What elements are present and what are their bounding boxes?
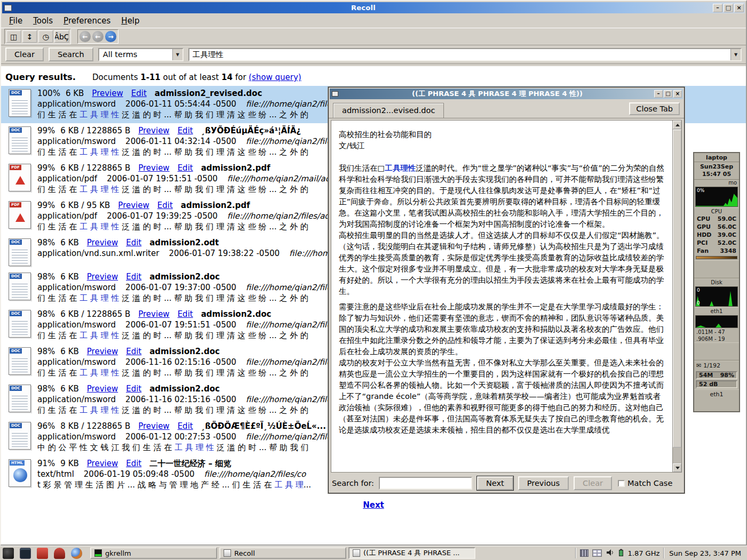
preview-link[interactable]: Preview bbox=[87, 459, 118, 468]
eth1-section-label: eth1 bbox=[694, 307, 739, 315]
find-next-button[interactable]: Next bbox=[477, 476, 513, 490]
preview-document: 高校招生的社会功能和目的文/钱江我们生活在□工具理性泛滥的时代。作为“世之显学”… bbox=[331, 120, 682, 473]
result-relevance: 98% bbox=[37, 347, 55, 356]
snippet-highlight: 工 具 理 性 bbox=[80, 331, 119, 340]
taskbar-clock[interactable]: Sun Sep 23, 3:47 PM bbox=[668, 549, 744, 557]
edit-link[interactable]: Edit bbox=[178, 309, 193, 319]
toolbar-button[interactable]: ↕ bbox=[22, 30, 37, 43]
toolbar-button[interactable]: ◫ bbox=[6, 30, 21, 43]
edit-link[interactable]: Edit bbox=[178, 421, 193, 431]
gkrellm-monitor[interactable]: laptop Sun23Sep 15:47 05 mo 0% CPU CPU59… bbox=[693, 152, 740, 412]
menu-item[interactable]: Preferences bbox=[59, 14, 115, 27]
show-query-link[interactable]: (show query) bbox=[249, 73, 301, 82]
close-icon[interactable]: × bbox=[673, 90, 682, 98]
close-icon[interactable]: × bbox=[734, 4, 744, 12]
close-tab-button[interactable]: Close Tab bbox=[629, 102, 680, 115]
window-menu-icon[interactable] bbox=[332, 91, 338, 97]
keyboard-applet-icon[interactable] bbox=[580, 549, 589, 557]
hostname: laptop bbox=[694, 153, 739, 162]
scrollbar-thumb[interactable] bbox=[673, 130, 681, 447]
chevron-down-icon[interactable]: ▼ bbox=[730, 49, 741, 60]
snippet-highlight: 工 具 理 性 bbox=[80, 147, 119, 157]
chevron-down-icon[interactable]: ▼ bbox=[172, 49, 182, 60]
preview-link[interactable]: Preview bbox=[138, 309, 169, 319]
edit-link[interactable]: Edit bbox=[131, 89, 147, 98]
maximize-icon[interactable]: □ bbox=[664, 90, 672, 98]
scroll-down-icon[interactable] bbox=[673, 463, 681, 472]
preview-link[interactable]: Preview bbox=[138, 126, 169, 135]
volume-icon[interactable] bbox=[606, 548, 614, 558]
result-mimetype: application/msword bbox=[37, 395, 116, 404]
edit-link[interactable]: Edit bbox=[178, 126, 193, 135]
page-nav-icon[interactable]: → bbox=[105, 31, 116, 42]
preview-link[interactable]: Preview bbox=[138, 163, 169, 173]
result-date: 2006-01-12 00:27:53 -0500 bbox=[125, 432, 236, 442]
result-size: 8 KB / 1228865 B bbox=[60, 421, 130, 431]
preview-link[interactable]: Preview bbox=[138, 421, 169, 431]
preview-link[interactable]: Preview bbox=[87, 238, 118, 247]
edit-link[interactable]: Edit bbox=[126, 384, 141, 394]
preview-tab[interactable]: admission2...evised.doc bbox=[333, 103, 444, 118]
edit-link[interactable]: Edit bbox=[126, 272, 141, 282]
next-page-link[interactable]: Next bbox=[363, 500, 384, 510]
results-title: Query results. bbox=[5, 72, 76, 82]
toolbar-button[interactable]: ◷ bbox=[38, 30, 53, 43]
window-title: Recoll bbox=[14, 4, 713, 12]
result-size: 6 KB bbox=[60, 238, 78, 247]
search-mode-select[interactable]: All terms ▼ bbox=[98, 48, 184, 61]
task-button[interactable]: ((工 PHRASE 4 具 PHRASE ... bbox=[348, 547, 475, 559]
clear-button[interactable]: Clear bbox=[5, 47, 44, 61]
launcher-icon[interactable] bbox=[71, 548, 82, 559]
results-header: Query results. Documents 1-11 out of at … bbox=[1, 66, 746, 86]
preview-search-bar: Search for: Next Previous Clear Match Ca… bbox=[329, 474, 684, 493]
find-clear-button[interactable]: Clear bbox=[574, 476, 612, 490]
search-button[interactable]: Search bbox=[49, 47, 93, 61]
toolbar-button[interactable]: ÂbÇ bbox=[54, 30, 69, 43]
preview-titlebar[interactable]: ((工 PHRASE 4 具 PHRASE 4 理 PHRASE 4 性)) –… bbox=[330, 89, 683, 99]
edit-link[interactable]: Edit bbox=[126, 238, 141, 247]
results-total: 14 bbox=[221, 73, 233, 82]
launcher-icon[interactable] bbox=[37, 548, 48, 559]
disk-chart: 0 0 bbox=[695, 286, 738, 307]
minimize-icon[interactable]: – bbox=[654, 90, 663, 98]
edit-link[interactable]: Edit bbox=[178, 163, 193, 173]
menu-item[interactable]: Help bbox=[116, 14, 144, 27]
preview-link[interactable]: Preview bbox=[87, 347, 118, 356]
menu-item[interactable]: File bbox=[4, 14, 27, 27]
preview-paragraph: 高校招生最明显的目的当然是选拔人才。但这选拔人才的目标却不仅仅是人们假定“因材施… bbox=[339, 230, 668, 297]
temperature-row: PCI52.0C bbox=[694, 239, 739, 247]
task-button[interactable]: gkrellm bbox=[90, 547, 217, 559]
scroll-up-icon[interactable] bbox=[673, 121, 681, 129]
battery-icon[interactable] bbox=[618, 548, 624, 558]
menu-item[interactable]: Tools bbox=[28, 14, 58, 27]
file-type-icon bbox=[9, 385, 31, 412]
window-menu-icon[interactable] bbox=[4, 5, 12, 11]
maximize-icon[interactable]: □ bbox=[724, 4, 733, 12]
preview-link[interactable]: Preview bbox=[87, 272, 118, 282]
edit-link[interactable]: Edit bbox=[126, 459, 141, 468]
launcher-icon[interactable] bbox=[20, 548, 31, 559]
launcher-icon[interactable] bbox=[3, 548, 14, 559]
preview-text[interactable]: 高校招生的社会功能和目的文/钱江我们生活在□工具理性泛滥的时代。作为“世之显学”… bbox=[331, 121, 672, 472]
preview-link[interactable]: Preview bbox=[118, 201, 149, 210]
scrollbar[interactable] bbox=[672, 121, 681, 472]
preview-link[interactable]: Preview bbox=[92, 89, 123, 98]
result-size: 6 KB bbox=[60, 384, 78, 394]
titlebar[interactable]: Recoll – □ × bbox=[2, 2, 745, 13]
preview-link[interactable]: Preview bbox=[87, 384, 118, 394]
page-nav-icon[interactable]: ← bbox=[80, 31, 91, 42]
match-case-checkbox[interactable] bbox=[618, 480, 625, 487]
pager-icon[interactable] bbox=[592, 549, 602, 557]
search-input[interactable] bbox=[189, 49, 730, 60]
file-type-icon bbox=[9, 310, 31, 338]
launcher-icon[interactable] bbox=[54, 548, 65, 559]
result-date: 2006-01-07 19:39:25 -0500 bbox=[107, 211, 218, 221]
find-input[interactable] bbox=[379, 477, 472, 490]
page-nav-icon[interactable]: ← bbox=[92, 31, 104, 42]
result-relevance: 91% bbox=[37, 459, 55, 468]
find-previous-button[interactable]: Previous bbox=[518, 476, 569, 490]
edit-link[interactable]: Edit bbox=[157, 201, 173, 210]
edit-link[interactable]: Edit bbox=[126, 347, 141, 356]
minimize-icon[interactable]: – bbox=[713, 4, 722, 12]
task-button[interactable]: Recoll bbox=[219, 547, 346, 559]
